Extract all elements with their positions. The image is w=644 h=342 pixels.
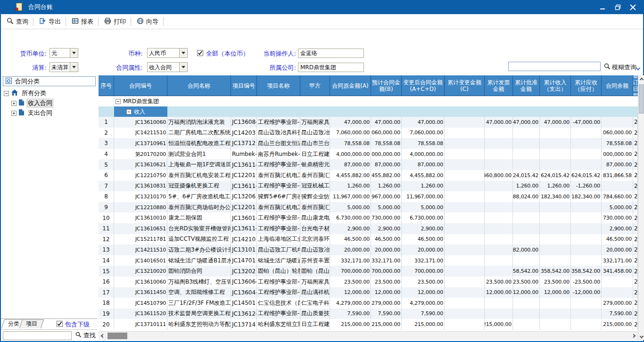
- tab-project[interactable]: 项目: [21, 319, 42, 328]
- column-header[interactable]: 甲方: [300, 75, 330, 96]
- collapse-icon[interactable]: [116, 99, 121, 104]
- horizontal-scrollbar[interactable]: [99, 331, 638, 340]
- table-row[interactable]: 20JC13710111哈利盛东芝照明动力等配JC13714哈利盛东芝组立室日立…: [99, 319, 638, 330]
- wizard-button[interactable]: 向导: [132, 16, 163, 27]
- print-button[interactable]: 打印: [99, 16, 131, 27]
- table-row[interactable]: 1JC13610060万福阁消防泡沫液充装JC13608-5工程维护事业部-0万…: [99, 117, 638, 128]
- settle-select[interactable]: 未清算: [50, 62, 78, 72]
- table-row[interactable]: 16JC13610060万福阁B3线槽灯、空压管JC13606-5工程维护事业部…: [99, 277, 638, 287]
- fuzzy-search-input[interactable]: [508, 62, 601, 71]
- table-row[interactable]: 7JC13610831冠亚摄像机更换工程JC13611-5工程维护事业部-1冠亚…: [99, 181, 638, 192]
- column-header[interactable]: 累计变更金额(C): [445, 75, 485, 96]
- report-button[interactable]: 报表: [67, 16, 98, 27]
- currency-select[interactable]: 人民币: [147, 48, 188, 58]
- table-row[interactable]: 9JC12210880泰州百脑汇商场临时办公JC12201泰州百脑汇机电工泰州百…: [99, 202, 638, 213]
- all-base-currency-label[interactable]: 全部（本位币）: [206, 49, 249, 58]
- cell: 46,500.00: [371, 234, 402, 245]
- column-header[interactable]: 累计发票金额: [485, 75, 513, 96]
- vertical-scroll-thumb[interactable]: [639, 84, 644, 114]
- scroll-right-icon[interactable]: [629, 332, 638, 340]
- cell: JC13710111: [114, 319, 167, 330]
- table-row[interactable]: 10JC13610010康龙二期保固JC13601-1工程维护事业部-1昆山康龙…: [99, 212, 638, 223]
- table-row[interactable]: 15JC13210020固铂消防合同JC13202固铂（昆山）轮胎固铂（昆山70…: [99, 266, 638, 277]
- include-sub-checkbox[interactable]: [57, 321, 63, 327]
- export-button[interactable]: 导出: [34, 16, 66, 27]
- fuzzy-search-icon[interactable]: [604, 63, 611, 72]
- contract-attr-select[interactable]: 收入合同: [147, 62, 188, 72]
- scroll-up-icon[interactable]: [638, 75, 644, 83]
- column-header[interactable]: 预计合同金额(B): [371, 75, 402, 96]
- cell: 3: [99, 138, 114, 149]
- column-header[interactable]: 项目编号: [231, 75, 257, 96]
- dropdown-arrow-icon[interactable]: [179, 49, 187, 57]
- include-sub-label[interactable]: 包含下级: [65, 320, 90, 329]
- tree-node-income-contracts[interactable]: 收入合同: [11, 98, 54, 108]
- minimize-button[interactable]: [597, 2, 608, 12]
- cell: 332,171.00: [330, 255, 371, 266]
- table-row[interactable]: 14JC14016501铭城生活广场暖通B1层水JC14701铭城生活广场暖通苏…: [99, 255, 638, 266]
- column-header[interactable]: 项目名称: [257, 75, 300, 96]
- fuzzy-search-label[interactable]: 模糊查询: [612, 63, 636, 72]
- company-input[interactable]: [298, 63, 364, 72]
- dropdown-arrow-icon[interactable]: [70, 49, 78, 57]
- expand-icon[interactable]: [11, 101, 17, 106]
- dropdown-arrow-icon[interactable]: [179, 63, 187, 72]
- collapse-icon[interactable]: [126, 109, 132, 114]
- query-button[interactable]: 查询: [2, 16, 33, 27]
- tree-node-expense-contracts[interactable]: 支出合同: [11, 108, 54, 118]
- scroll-left-icon[interactable]: [99, 332, 107, 340]
- table-row[interactable]: 2JC14211510二期厂房机电二次配系统JC14203昆山迈致冶具科技昆山迈…: [99, 128, 638, 138]
- cell: 日立工程建: [300, 319, 330, 330]
- tree-node-all-categories[interactable]: 所有分类: [4, 89, 48, 98]
- currency-unit-select[interactable]: 元: [50, 48, 78, 58]
- maximize-button[interactable]: [612, 2, 623, 12]
- cell: [513, 202, 540, 213]
- vertical-scrollbar[interactable]: [638, 75, 644, 340]
- table-row[interactable]: 19JC13611520技术监督局空调更换工程JC13612-5工程维护事业部-…: [99, 309, 638, 319]
- table-row[interactable]: 4第20170200测试营业合同1Rumbek-Ra南苏丹Rumbek-Ra日立…: [99, 149, 638, 160]
- column-header[interactable]: 合同编号: [114, 75, 167, 96]
- table-row[interactable]: 18JC14510790三厂1F/2F/3F FM改造工程JC14501仁宝信息…: [99, 298, 638, 309]
- column-header[interactable]: 变更后合同金额(A+C+D): [402, 75, 445, 96]
- column-header[interactable]: 合同余额: [602, 75, 633, 96]
- print-icon: [104, 17, 111, 26]
- horizontal-scroll-thumb[interactable]: [107, 333, 127, 339]
- cell: 康龙二期保固: [167, 212, 231, 223]
- cell: -624,015.42: [571, 170, 602, 181]
- column-header[interactable]: 累计收入（支出）: [540, 75, 571, 96]
- table-row[interactable]: 8JC132101705#、6#厂房改造机电工程JC13206骏辉5#6#厂房改…: [99, 191, 638, 202]
- collapse-icon[interactable]: [4, 91, 9, 96]
- cell: [540, 159, 571, 170]
- refresh-icon[interactable]: [5, 77, 12, 86]
- document-icon: [18, 109, 25, 117]
- operator-input[interactable]: [298, 49, 364, 58]
- table-row[interactable]: 6JC12210750泰州百脑汇机电安装工程JC12201泰州百脑汇机电工泰州百…: [99, 170, 638, 181]
- column-header[interactable]: 序号: [99, 75, 114, 96]
- group-row-company[interactable]: MRD鼎世集团: [99, 96, 638, 106]
- column-header[interactable]: 累计批准金额: [513, 75, 540, 96]
- table-row[interactable]: 12JC15211781追加CCTV视频监控工程JC14210上海临港地区工业北…: [99, 234, 638, 245]
- table-row[interactable]: 11JC13610651台光RD实验室开槽做管路JC13611-5工程维护事业部…: [99, 223, 638, 234]
- document-icon: [18, 99, 25, 107]
- table-row[interactable]: 17JC13611450空调、太阳能维修工程JC13604-5工程维护事业部-0…: [99, 287, 638, 298]
- cell: 7,060,000.00: [330, 128, 371, 138]
- tree-find-button[interactable]: 查找: [75, 331, 96, 340]
- column-header[interactable]: 合同原金额(A): [330, 75, 371, 96]
- table-row[interactable]: 13JC14211510迈致二期3#办公楼设计变JC13101昆山迈致工厂机电昆…: [99, 244, 638, 255]
- expand-icon[interactable]: [11, 111, 17, 116]
- column-header[interactable]: 合同名称: [167, 75, 231, 96]
- scroll-down-icon[interactable]: [638, 332, 644, 340]
- table-row[interactable]: 5JC13610621上海银鼎一期1F空调送回JC13611-5工程维护事业部-…: [99, 159, 638, 170]
- column-header[interactable]: 累计应收（应付）: [571, 75, 602, 96]
- cell: [485, 223, 513, 234]
- close-button[interactable]: [627, 2, 638, 12]
- column-header[interactable]: 签订日期: [633, 75, 638, 96]
- tree-find-input[interactable]: [3, 331, 72, 340]
- dropdown-arrow-icon[interactable]: [70, 63, 78, 72]
- all-base-currency-checkbox[interactable]: [197, 50, 203, 56]
- group-row-income[interactable]: 收入: [99, 106, 638, 117]
- cell: 7,590.00: [602, 309, 633, 319]
- group-income-cell[interactable]: 收入: [114, 106, 167, 117]
- table-row[interactable]: 3JC13710961恒温恒湿机配电改造工程JC13712昆山兰台图文恒温昆山市…: [99, 138, 638, 149]
- cell: JC13610060: [114, 117, 167, 128]
